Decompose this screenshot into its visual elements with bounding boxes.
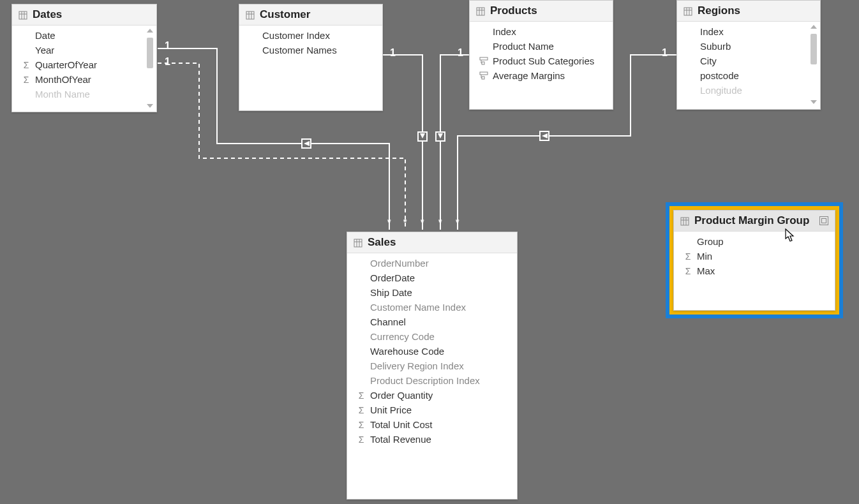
table-customer[interactable]: Customer Customer Index Customer Names xyxy=(239,4,383,111)
table-title: Sales xyxy=(368,236,511,249)
cardinality-many: * xyxy=(403,217,407,227)
table-header[interactable]: Sales xyxy=(347,232,517,253)
table-icon xyxy=(246,10,255,19)
table-title: Regions xyxy=(698,4,814,17)
field-item[interactable]: Warehouse Code xyxy=(347,344,517,359)
cardinality-one: 1 xyxy=(165,40,170,52)
table-dates[interactable]: Dates Date Year QuarterOfYear MonthOfYea… xyxy=(11,4,157,112)
field-list: OrderNumber OrderDate Ship Date Customer… xyxy=(347,253,517,449)
field-item[interactable]: Customer Names xyxy=(239,43,382,57)
field-item[interactable]: Month Name xyxy=(12,87,156,101)
table-icon xyxy=(683,6,692,15)
scrollbar[interactable] xyxy=(809,24,819,105)
field-item[interactable]: OrderNumber xyxy=(347,256,517,271)
table-title: Products xyxy=(490,4,606,17)
cardinality-one: 1 xyxy=(458,47,463,59)
table-sales[interactable]: Sales OrderNumber OrderDate Ship Date Cu… xyxy=(347,232,518,500)
field-item[interactable]: OrderDate xyxy=(347,271,517,285)
table-icon xyxy=(680,216,689,225)
field-item[interactable]: postcode xyxy=(677,68,820,83)
svg-marker-7 xyxy=(542,133,548,138)
field-item[interactable]: Delivery Region Index xyxy=(347,359,517,373)
field-item[interactable]: Group xyxy=(674,234,835,249)
field-item[interactable]: Year xyxy=(12,43,156,57)
field-item[interactable]: Order Quantity xyxy=(347,388,517,403)
scroll-up[interactable] xyxy=(810,25,817,29)
sigma-icon xyxy=(21,60,31,70)
cardinality-one: 1 xyxy=(390,47,396,59)
field-item[interactable]: QuarterOfYear xyxy=(12,57,156,72)
sigma-icon xyxy=(356,390,366,401)
hierarchy-icon xyxy=(479,57,489,66)
svg-rect-4 xyxy=(436,132,445,141)
svg-rect-0 xyxy=(302,139,311,148)
scrollbar[interactable] xyxy=(145,27,155,109)
table-header[interactable]: Dates xyxy=(12,4,156,26)
field-list: Group Min Max xyxy=(674,232,835,281)
cardinality-many: * xyxy=(421,217,424,227)
svg-rect-8 xyxy=(19,11,27,19)
sigma-icon xyxy=(356,420,366,430)
scroll-thumb[interactable] xyxy=(810,34,817,64)
table-regions[interactable]: Regions Index Suburb City postcode Longi… xyxy=(676,0,821,110)
field-item[interactable]: Average Margins xyxy=(470,68,613,83)
field-list: Date Year QuarterOfYear MonthOfYear Mont… xyxy=(12,26,156,104)
field-list: Customer Index Customer Names xyxy=(239,26,382,60)
table-icon xyxy=(354,238,362,247)
expand-icon[interactable] xyxy=(819,216,828,225)
scroll-down[interactable] xyxy=(810,100,817,104)
field-item[interactable]: Customer Index xyxy=(239,28,382,43)
field-item[interactable]: Max xyxy=(674,263,835,278)
table-product-margin-group[interactable]: Product Margin Group Group Min Max xyxy=(673,210,835,311)
field-item[interactable]: Product Sub Categories xyxy=(470,54,613,68)
table-header[interactable]: Regions xyxy=(677,1,820,22)
svg-marker-1 xyxy=(304,141,310,146)
field-item[interactable]: Suburb xyxy=(677,39,820,54)
svg-rect-24 xyxy=(480,72,488,75)
table-title: Dates xyxy=(33,8,150,21)
field-list: Index Product Name Product Sub Categorie… xyxy=(470,22,613,85)
sigma-icon xyxy=(21,75,31,85)
sigma-icon xyxy=(683,251,693,262)
field-item[interactable]: Unit Price xyxy=(347,403,517,417)
svg-rect-20 xyxy=(480,57,488,60)
sigma-icon xyxy=(356,405,366,415)
field-item[interactable]: Longitude xyxy=(677,83,820,98)
svg-marker-3 xyxy=(420,133,425,138)
table-header[interactable]: Customer xyxy=(239,4,382,26)
scroll-thumb[interactable] xyxy=(147,38,153,68)
field-item[interactable]: Customer Name Index xyxy=(347,300,517,315)
field-item[interactable]: Index xyxy=(470,24,613,39)
field-item[interactable]: Date xyxy=(12,28,156,43)
field-item[interactable]: Product Description Index xyxy=(347,373,517,388)
field-item[interactable]: Product Name xyxy=(470,39,613,54)
table-title: Customer xyxy=(260,8,376,21)
table-icon xyxy=(19,10,27,19)
field-item[interactable]: Channel xyxy=(347,315,517,329)
svg-rect-12 xyxy=(246,11,254,19)
field-item[interactable]: Currency Code xyxy=(347,329,517,344)
cardinality-one: 1 xyxy=(662,47,668,59)
svg-rect-36 xyxy=(681,218,689,225)
svg-rect-21 xyxy=(482,62,484,64)
svg-rect-16 xyxy=(477,8,484,15)
svg-rect-6 xyxy=(540,131,549,140)
field-item[interactable]: Total Revenue xyxy=(347,432,517,447)
field-item[interactable]: MonthOfYear xyxy=(12,72,156,87)
field-item[interactable]: City xyxy=(677,54,820,68)
table-header[interactable]: Products xyxy=(470,1,613,22)
svg-rect-2 xyxy=(418,132,427,141)
highlight-annotation: Product Margin Group Group Min Max xyxy=(666,202,843,318)
field-item[interactable]: Min xyxy=(674,249,835,263)
svg-rect-32 xyxy=(354,239,362,247)
cardinality-one: 1 xyxy=(165,56,170,68)
scroll-down[interactable] xyxy=(147,104,153,108)
svg-marker-5 xyxy=(438,133,443,138)
scroll-up[interactable] xyxy=(147,29,153,33)
table-products[interactable]: Products Index Product Name Product Sub … xyxy=(469,0,613,110)
field-item[interactable]: Ship Date xyxy=(347,285,517,300)
field-item[interactable]: Total Unit Cost xyxy=(347,417,517,432)
table-header[interactable]: Product Margin Group xyxy=(674,211,835,232)
hierarchy-icon xyxy=(479,71,489,80)
field-item[interactable]: Index xyxy=(677,24,820,39)
